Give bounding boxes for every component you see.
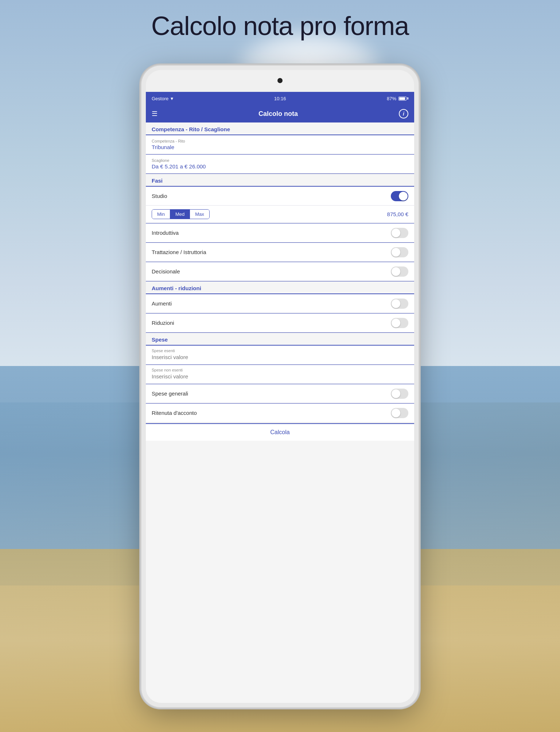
page-title: Calcolo nota pro forma xyxy=(0,11,560,41)
rito-value[interactable]: Tribunale xyxy=(152,144,185,150)
nav-bar: ☰ Calcolo nota i xyxy=(146,105,414,122)
spese-generali-label: Spese generali xyxy=(152,390,188,397)
rito-sublabel: Competenza - Rito xyxy=(152,139,185,143)
status-time: 10:16 xyxy=(274,96,286,101)
battery-percent: 87% xyxy=(387,96,396,101)
spese-generali-toggle-knob xyxy=(392,389,400,398)
section-competenza-header: Competenza - Rito / Scaglione xyxy=(146,122,414,135)
scaglione-sublabel: Scaglione xyxy=(152,158,206,163)
info-icon[interactable]: i xyxy=(399,109,408,118)
aumenti-toggle-knob xyxy=(392,299,400,308)
spese-esenti-row: Spese esenti xyxy=(146,346,414,365)
content-area: Competenza - Rito / Scaglione Competenza… xyxy=(146,122,414,703)
spese-non-esenti-input[interactable] xyxy=(152,373,408,379)
decisionale-row: Decisionale xyxy=(146,262,414,281)
max-button[interactable]: Max xyxy=(190,210,209,219)
studio-row: Studio xyxy=(146,187,414,206)
ritenuta-toggle[interactable] xyxy=(391,408,408,418)
status-bar: Gestore ▾ 10:16 87% xyxy=(146,92,414,105)
trattazione-toggle-knob xyxy=(392,248,400,257)
riduzioni-row: Riduzioni xyxy=(146,314,414,332)
ritenuta-label: Ritenuta d'acconto xyxy=(152,410,197,416)
introduttiva-toggle[interactable] xyxy=(391,228,408,238)
battery-icon xyxy=(398,97,408,101)
status-right: 87% xyxy=(387,96,408,101)
battery-tip xyxy=(407,97,408,100)
introduttiva-toggle-knob xyxy=(392,229,400,237)
ipad-frame: Gestore ▾ 10:16 87% ☰ Calcolo n xyxy=(141,66,419,707)
wifi-icon: ▾ xyxy=(171,96,173,101)
studio-label: Studio xyxy=(152,193,167,199)
studio-toggle[interactable] xyxy=(391,191,408,201)
introduttiva-row: Introduttiva xyxy=(146,223,414,242)
screen: Gestore ▾ 10:16 87% ☰ Calcolo n xyxy=(146,92,414,703)
trattazione-label: Trattazione / Istruttoria xyxy=(152,249,206,255)
aumenti-row: Aumenti xyxy=(146,294,414,313)
riduzioni-label: Riduzioni xyxy=(152,320,174,326)
riduzioni-toggle[interactable] xyxy=(391,318,408,328)
battery-fill xyxy=(399,97,405,100)
carrier-label: Gestore xyxy=(152,96,168,101)
mmm-value: 875,00 € xyxy=(387,211,408,217)
med-button[interactable]: Med xyxy=(170,210,190,219)
spese-esenti-label: Spese esenti xyxy=(152,349,408,353)
section-spese-header: Spese xyxy=(146,333,414,345)
camera xyxy=(277,78,283,83)
ritenuta-row: Ritenuta d'acconto xyxy=(146,404,414,423)
section-aumenti-header: Aumenti - riduzioni xyxy=(146,281,414,293)
spese-non-esenti-label: Spese non esenti xyxy=(152,368,408,372)
scaglione-value[interactable]: Da € 5.201 a € 26.000 xyxy=(152,163,206,170)
introduttiva-label: Introduttiva xyxy=(152,230,179,236)
aumenti-label: Aumenti xyxy=(152,300,172,307)
trattazione-toggle[interactable] xyxy=(391,247,408,257)
menu-icon[interactable]: ☰ xyxy=(152,110,158,118)
mmm-row: Min Med Max 875,00 € xyxy=(146,206,414,223)
calcola-bar: Calcola xyxy=(146,423,414,441)
trattazione-row: Trattazione / Istruttoria xyxy=(146,243,414,262)
ritenuta-toggle-knob xyxy=(392,409,400,417)
rito-row: Competenza - Rito Tribunale xyxy=(146,135,414,154)
min-button[interactable]: Min xyxy=(152,210,170,219)
calcola-button[interactable]: Calcola xyxy=(270,429,289,436)
spese-generali-toggle[interactable] xyxy=(391,389,408,399)
aumenti-toggle[interactable] xyxy=(391,299,408,309)
decisionale-label: Decisionale xyxy=(152,268,180,274)
spese-generali-row: Spese generali xyxy=(146,384,414,403)
section-fasi-header: Fasi xyxy=(146,174,414,186)
battery-body xyxy=(398,97,407,101)
scaglione-content: Scaglione Da € 5.201 a € 26.000 xyxy=(152,158,206,170)
mmm-buttons: Min Med Max xyxy=(152,209,210,219)
decisionale-toggle[interactable] xyxy=(391,266,408,277)
decisionale-toggle-knob xyxy=(392,267,400,276)
ipad-inner: Gestore ▾ 10:16 87% ☰ Calcolo n xyxy=(146,70,414,703)
spese-esenti-input[interactable] xyxy=(152,354,408,360)
status-left: Gestore ▾ xyxy=(152,96,173,101)
nav-title: Calcolo nota xyxy=(258,110,298,118)
riduzioni-toggle-knob xyxy=(392,319,400,327)
spese-non-esenti-row: Spese non esenti xyxy=(146,365,414,384)
scaglione-row: Scaglione Da € 5.201 a € 26.000 xyxy=(146,155,414,174)
rito-content: Competenza - Rito Tribunale xyxy=(152,139,185,150)
studio-toggle-knob xyxy=(399,192,408,200)
